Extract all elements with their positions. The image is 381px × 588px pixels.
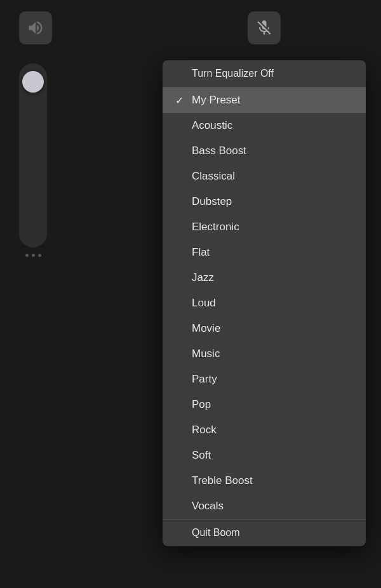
preset-label: Dubstep xyxy=(192,195,232,208)
slider-dots xyxy=(25,254,41,257)
equalizer-dropdown: Turn Equalizer Off ✓My PresetAcousticBas… xyxy=(163,60,366,546)
quit-boom-item[interactable]: Quit Boom xyxy=(163,519,366,546)
preset-label: My Preset xyxy=(192,94,241,107)
volume-slider-area xyxy=(19,63,47,257)
preset-item-my-preset[interactable]: ✓My Preset xyxy=(163,88,366,113)
slider-dot-3 xyxy=(38,254,41,257)
preset-item-bass-boost[interactable]: Bass Boost xyxy=(163,138,366,164)
preset-label: Vocals xyxy=(192,500,224,513)
sound-waves-icon xyxy=(27,19,44,37)
preset-item-classical[interactable]: Classical xyxy=(163,164,366,189)
slider-dot-2 xyxy=(32,254,35,257)
preset-label: Music xyxy=(192,348,220,360)
preset-item-loud[interactable]: Loud xyxy=(163,291,366,316)
checkmark-icon: ✓ xyxy=(175,95,187,107)
sound-waves-button[interactable] xyxy=(19,11,52,44)
preset-item-party[interactable]: Party xyxy=(163,367,366,392)
preset-label: Jazz xyxy=(192,271,214,284)
preset-item-jazz[interactable]: Jazz xyxy=(163,265,366,291)
preset-label: Movie xyxy=(192,322,220,335)
preset-label: Classical xyxy=(192,170,235,183)
preset-label: Flat xyxy=(192,246,210,259)
preset-item-soft[interactable]: Soft xyxy=(163,443,366,468)
preset-label: Rock xyxy=(192,424,217,436)
slider-dot-1 xyxy=(25,254,29,257)
slider-thumb[interactable] xyxy=(22,71,44,93)
preset-item-treble-boost[interactable]: Treble Boost xyxy=(163,468,366,493)
mic-off-icon xyxy=(255,19,273,37)
preset-item-vocals[interactable]: Vocals xyxy=(163,493,366,519)
preset-label: Acoustic xyxy=(192,119,232,132)
preset-item-movie[interactable]: Movie xyxy=(163,316,366,341)
preset-item-pop[interactable]: Pop xyxy=(163,392,366,417)
preset-item-music[interactable]: Music xyxy=(163,341,366,367)
preset-label: Pop xyxy=(192,398,211,411)
quit-boom-label: Quit Boom xyxy=(192,527,240,539)
turn-equalizer-off-item[interactable]: Turn Equalizer Off xyxy=(163,60,366,88)
turn-equalizer-off-label: Turn Equalizer Off xyxy=(192,68,274,79)
preset-item-rock[interactable]: Rock xyxy=(163,417,366,443)
mic-off-button[interactable] xyxy=(248,11,281,44)
preset-label: Bass Boost xyxy=(192,145,246,157)
preset-label: Party xyxy=(192,373,217,386)
preset-label: Loud xyxy=(192,297,216,310)
preset-item-electronic[interactable]: Electronic xyxy=(163,214,366,240)
preset-label: Soft xyxy=(192,449,211,462)
preset-item-flat[interactable]: Flat xyxy=(163,240,366,265)
preset-label: Treble Boost xyxy=(192,474,253,487)
top-bar xyxy=(0,0,381,44)
slider-track[interactable] xyxy=(19,63,47,247)
preset-item-dubstep[interactable]: Dubstep xyxy=(163,189,366,214)
preset-item-acoustic[interactable]: Acoustic xyxy=(163,113,366,138)
preset-label: Electronic xyxy=(192,221,239,233)
